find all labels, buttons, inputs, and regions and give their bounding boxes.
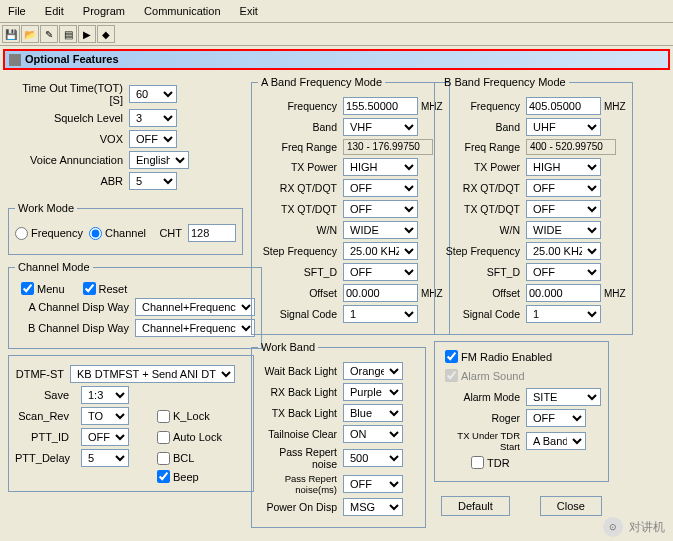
scan-select[interactable]: TO <box>81 407 129 425</box>
a-band-label: Band <box>258 121 343 133</box>
tot-select[interactable]: 60 <box>129 85 177 103</box>
alarmsound-check: Alarm Sound <box>445 369 525 382</box>
a-sig-label: Signal Code <box>258 308 343 320</box>
channel-mode-legend: Channel Mode <box>15 261 93 273</box>
b-offset-input[interactable] <box>526 284 601 302</box>
b-txp-select[interactable]: HIGH <box>526 158 601 176</box>
b-band-label: Band <box>441 121 526 133</box>
wait-label: Wait Back Light <box>258 365 343 377</box>
squelch-select[interactable]: 3 <box>129 109 177 127</box>
reset-check[interactable]: Reset <box>83 282 128 295</box>
rxbl-select[interactable]: Purple <box>343 383 403 401</box>
pttid-select[interactable]: OFF <box>81 428 129 446</box>
b-sig-label: Signal Code <box>441 308 526 320</box>
abr-select[interactable]: 5 <box>129 172 177 190</box>
b-sftd-select[interactable]: OFF <box>526 263 601 281</box>
save-select[interactable]: 1:3 <box>81 386 129 404</box>
tb-info-icon[interactable]: ▶ <box>78 25 96 43</box>
menu-file[interactable]: File <box>0 2 34 20</box>
wait-select[interactable]: Orange <box>343 362 403 380</box>
b-step-label: Step Frequency <box>441 245 526 257</box>
radio-channel[interactable]: Channel <box>89 227 146 240</box>
txtdr-select[interactable]: A Band <box>526 432 586 450</box>
b-step-select[interactable]: 25.00 KHZ <box>526 242 601 260</box>
menu-communication[interactable]: Communication <box>136 2 228 20</box>
b-rxqt-select[interactable]: OFF <box>526 179 601 197</box>
menu-edit[interactable]: Edit <box>37 2 72 20</box>
roger-select[interactable]: OFF <box>526 409 586 427</box>
radio-frequency[interactable]: Frequency <box>15 227 83 240</box>
klock-check[interactable]: K_Lock <box>157 410 247 423</box>
dtmf-st-select[interactable]: KB DTMFST + Send ANI DTMF <box>70 365 235 383</box>
b-sig-select[interactable]: 1 <box>526 305 601 323</box>
pttdelay-select[interactable]: 5 <box>81 449 129 467</box>
watermark: ⊙ 对讲机 <box>603 517 665 537</box>
scan-label: Scan_Rev <box>15 410 75 422</box>
b-freq-label: Frequency <box>441 100 526 112</box>
tb-read-icon[interactable]: ▤ <box>59 25 77 43</box>
menu-exit[interactable]: Exit <box>232 2 266 20</box>
b-txqt-select[interactable]: OFF <box>526 200 601 218</box>
a-sftd-label: SFT_D <box>258 266 343 278</box>
b-freq-input[interactable] <box>526 97 601 115</box>
a-txp-select[interactable]: HIGH <box>343 158 418 176</box>
right-group: FM Radio Enabled Alarm Sound Alarm ModeS… <box>434 341 609 482</box>
tail-select[interactable]: ON <box>343 425 403 443</box>
alarm-select[interactable]: SITE <box>526 388 601 406</box>
rxbl-label: RX Back Light <box>258 386 343 398</box>
a-range-ro: 130 - 176.99750 <box>343 139 433 155</box>
tb-open-icon[interactable]: 📂 <box>21 25 39 43</box>
b-band-select[interactable]: UHF <box>526 118 601 136</box>
b-disp-select[interactable]: Channel+Frequency <box>135 319 255 337</box>
unit-mhz3: MHZ <box>604 101 626 112</box>
app-icon <box>9 54 21 66</box>
prms-select[interactable]: OFF <box>343 475 403 493</box>
band-b-legend: B Band Frequency Mode <box>441 76 569 88</box>
a-wn-select[interactable]: WIDE <box>343 221 418 239</box>
menu-check[interactable]: Menu <box>21 282 65 295</box>
a-step-label: Step Frequency <box>258 245 343 257</box>
tb-write-icon[interactable]: ✎ <box>40 25 58 43</box>
b-wn-select[interactable]: WIDE <box>526 221 601 239</box>
tb-help-icon[interactable]: ◆ <box>97 25 115 43</box>
fm-check[interactable]: FM Radio Enabled <box>445 350 552 363</box>
watermark-text: 对讲机 <box>629 519 665 536</box>
prn-select[interactable]: 500 <box>343 449 403 467</box>
pon-select[interactable]: MSG <box>343 498 403 516</box>
squelch-label: Squelch Level <box>9 112 129 124</box>
a-txqt-select[interactable]: OFF <box>343 200 418 218</box>
work-band-group: Work Band Wait Back LightOrange RX Back … <box>251 341 426 528</box>
va-select[interactable]: English <box>129 151 189 169</box>
bcl-check[interactable]: BCL <box>157 452 247 465</box>
a-sig-select[interactable]: 1 <box>343 305 418 323</box>
beep-check[interactable]: Beep <box>157 470 247 483</box>
b-range-ro: 400 - 520.99750 <box>526 139 616 155</box>
band-b-group: B Band Frequency Mode FrequencyMHZ BandU… <box>434 76 633 335</box>
a-rxqt-select[interactable]: OFF <box>343 179 418 197</box>
work-mode-group: Work Mode Frequency Channel CHT <box>8 202 243 255</box>
channel-mode-group: Channel Mode Menu Reset A Channel Disp W… <box>8 261 262 349</box>
tb-save-icon[interactable]: 💾 <box>2 25 20 43</box>
a-band-select[interactable]: VHF <box>343 118 418 136</box>
cht-label: CHT <box>159 227 182 239</box>
close-button[interactable]: Close <box>540 496 602 516</box>
a-step-select[interactable]: 25.00 KHZ <box>343 242 418 260</box>
band-a-legend: A Band Frequency Mode <box>258 76 385 88</box>
window-title: Optional Features <box>25 53 119 65</box>
a-disp-select[interactable]: Channel+Frequency <box>135 298 255 316</box>
a-txqt-label: TX QT/DQT <box>258 203 343 215</box>
autolock-check[interactable]: Auto Lock <box>157 431 247 444</box>
a-sftd-select[interactable]: OFF <box>343 263 418 281</box>
default-button[interactable]: Default <box>441 496 510 516</box>
b-disp-label: B Channel Disp Way <box>15 322 135 334</box>
a-offset-input[interactable] <box>343 284 418 302</box>
b-sftd-label: SFT_D <box>441 266 526 278</box>
cht-input[interactable] <box>188 224 236 242</box>
b-txqt-label: TX QT/DQT <box>441 203 526 215</box>
a-freq-input[interactable] <box>343 97 418 115</box>
txbl-select[interactable]: Blue <box>343 404 403 422</box>
menu-program[interactable]: Program <box>75 2 133 20</box>
va-label: Voice Annunciation <box>9 154 129 166</box>
tdr-check[interactable]: TDR <box>471 456 510 469</box>
vox-select[interactable]: OFF <box>129 130 177 148</box>
